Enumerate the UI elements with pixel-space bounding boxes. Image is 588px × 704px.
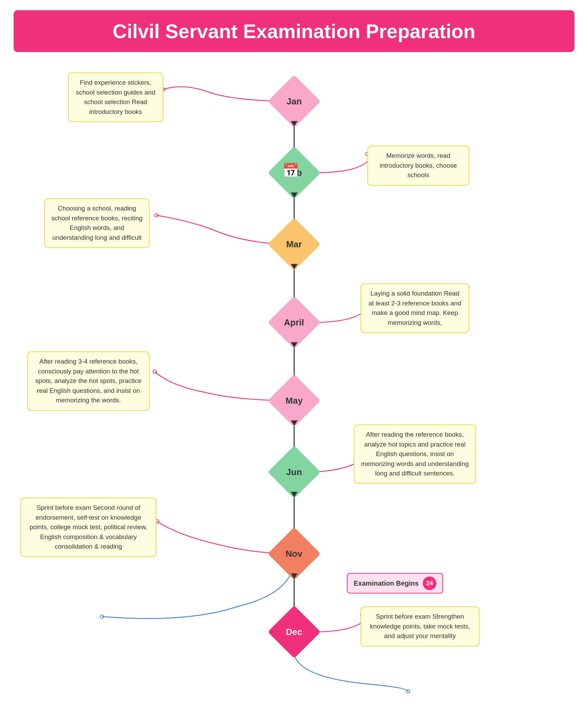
month-jan: Jan: [275, 83, 313, 120]
infobox-feb-right: Memorize words, read introductory books,…: [367, 146, 469, 186]
infobox-mar-left: Choosing a school, reading school refere…: [44, 198, 150, 248]
month-mar: Mar: [275, 225, 313, 263]
month-jun: Jun: [275, 453, 313, 491]
arrow-jan-feb: [291, 121, 298, 127]
svg-point-14: [100, 615, 104, 618]
infobox-may-left-text: After reading 3-4 reference books, consc…: [35, 358, 142, 404]
month-apr: April: [275, 304, 313, 341]
infobox-nov-left: Sprint before exam Second round of endor…: [20, 498, 156, 557]
arrow-nov-dec: [291, 573, 298, 579]
infobox-apr-right-text: Laying a solid foundation Read at least …: [369, 290, 461, 326]
infobox-mar-left-text: Choosing a school, reading school refere…: [51, 205, 142, 241]
exam-begins-badge: Examination Begins 24: [347, 573, 443, 593]
exam-circle-number: 24: [423, 576, 436, 590]
arrow-apr-may: [291, 342, 298, 348]
infobox-may-left: After reading 3-4 reference books, consc…: [27, 351, 150, 411]
svg-point-4: [155, 214, 158, 217]
month-may-label: May: [285, 395, 303, 406]
month-jan-label: Jan: [286, 96, 302, 107]
arrow-mar-apr: [291, 264, 298, 269]
month-dec: Dec: [275, 613, 313, 651]
arrow-may-jun: [291, 420, 298, 426]
flowchart: Jan Feb 📅 Mar April May Jun: [0, 62, 588, 704]
page-title: Cilvil Servant Examination Preparation: [27, 20, 561, 43]
arrow-jun-nov: [291, 492, 298, 497]
month-dec-label: Dec: [286, 626, 302, 637]
infobox-jan-left: Find experience stickers, school selecti…: [68, 72, 163, 122]
svg-point-8: [153, 370, 156, 373]
header: Cilvil Servant Examination Preparation: [0, 10, 588, 52]
month-apr-label: April: [284, 317, 304, 328]
infobox-jun-right: After reading the reference books, analy…: [354, 424, 476, 484]
month-may: May: [275, 382, 313, 419]
infobox-dec-right: Sprint before exam Strengthen knowledge …: [360, 606, 480, 647]
calendar-icon: 📅: [282, 163, 299, 179]
svg-point-17: [406, 690, 410, 693]
infobox-feb-right-text: Memorize words, read introductory books,…: [380, 152, 457, 179]
arrow-feb-mar: [291, 192, 298, 198]
exam-begins-label: Examination Begins: [354, 580, 419, 587]
month-nov-label: Nov: [286, 549, 302, 559]
month-mar-label: Mar: [286, 239, 302, 250]
month-jun-label: Jun: [286, 467, 302, 477]
infobox-jun-right-text: After reading the reference books, analy…: [361, 431, 469, 477]
infobox-dec-right-text: Sprint before exam Strengthen knowledge …: [370, 613, 470, 639]
infobox-apr-right: Laying a solid foundation Read at least …: [360, 283, 469, 333]
infobox-nov-left-text: Sprint before exam Second round of endor…: [30, 504, 147, 550]
month-nov: Nov: [275, 535, 313, 572]
